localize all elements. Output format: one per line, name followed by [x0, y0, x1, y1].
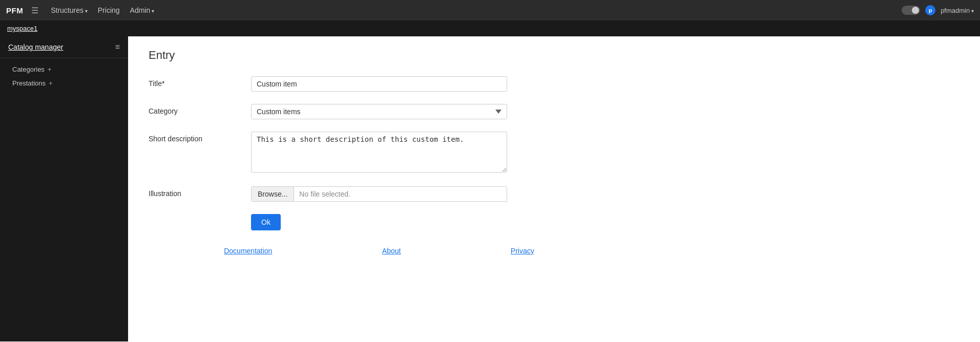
- file-name-display: No file selected.: [294, 187, 507, 201]
- ok-row: Ok: [149, 214, 610, 230]
- documentation-link[interactable]: Documentation: [224, 247, 272, 255]
- entry-form: Title* Category Custom items Short descr…: [149, 76, 610, 230]
- about-link[interactable]: About: [382, 247, 401, 255]
- category-control: Custom items: [251, 104, 507, 119]
- short-description-control: This is a short description of this cust…: [251, 132, 507, 174]
- brand-logo: PFM: [6, 6, 23, 15]
- hamburger-icon[interactable]: ☰: [31, 6, 38, 15]
- sidebar-title[interactable]: Catalog manager: [8, 43, 63, 51]
- browse-button[interactable]: Browse...: [252, 187, 294, 201]
- sidebar-header: Catalog manager ≡: [0, 36, 128, 58]
- sidebar-item-prestations-label: Prestations: [12, 79, 46, 87]
- user-avatar: p: [925, 5, 935, 15]
- sidebar-prestations-plus[interactable]: +: [49, 79, 53, 87]
- breadcrumb-link[interactable]: myspace1: [7, 25, 37, 32]
- theme-toggle[interactable]: [902, 6, 920, 15]
- nav-admin[interactable]: Admin: [126, 4, 158, 16]
- illustration-control: Browse... No file selected.: [251, 186, 507, 202]
- page-title: Entry: [149, 49, 960, 62]
- sidebar-item-prestations[interactable]: Prestations +: [0, 76, 128, 90]
- sidebar-item-categories[interactable]: Categories +: [0, 62, 128, 76]
- illustration-row: Illustration Browse... No file selected.: [149, 186, 610, 202]
- nav-structures[interactable]: Structures: [47, 4, 92, 16]
- sidebar-item-categories-label: Categories: [12, 66, 45, 73]
- short-description-textarea[interactable]: This is a short description of this cust…: [251, 132, 507, 173]
- title-label: Title*: [149, 76, 251, 88]
- main-content: Entry Title* Category Custom items: [128, 36, 980, 341]
- illustration-label: Illustration: [149, 186, 251, 198]
- sidebar: Catalog manager ≡ Categories + Prestatio…: [0, 36, 128, 341]
- navbar-right: p pfmadmin: [902, 5, 974, 15]
- category-label: Category: [149, 104, 251, 115]
- short-description-label: Short description: [149, 132, 251, 143]
- ok-button[interactable]: Ok: [251, 214, 281, 230]
- user-menu[interactable]: pfmadmin: [941, 7, 974, 14]
- category-select[interactable]: Custom items: [251, 104, 507, 119]
- sidebar-nav: Categories + Prestations +: [0, 58, 128, 94]
- sidebar-menu-icon[interactable]: ≡: [115, 42, 120, 52]
- footer: Documentation About Privacy: [149, 230, 610, 265]
- layout: Catalog manager ≡ Categories + Prestatio…: [0, 36, 980, 341]
- short-description-row: Short description This is a short descri…: [149, 132, 610, 174]
- sidebar-categories-plus[interactable]: +: [48, 66, 52, 73]
- category-row: Category Custom items: [149, 104, 610, 119]
- title-input[interactable]: [251, 76, 507, 92]
- title-control: [251, 76, 507, 92]
- navbar: PFM ☰ Structures Pricing Admin p pfmadmi…: [0, 0, 980, 20]
- file-input-wrapper: Browse... No file selected.: [251, 186, 507, 202]
- privacy-link[interactable]: Privacy: [511, 247, 534, 255]
- breadcrumb-bar: myspace1: [0, 20, 980, 36]
- title-row: Title*: [149, 76, 610, 92]
- nav-pricing[interactable]: Pricing: [94, 4, 124, 16]
- nav-menu: Structures Pricing Admin: [47, 4, 158, 16]
